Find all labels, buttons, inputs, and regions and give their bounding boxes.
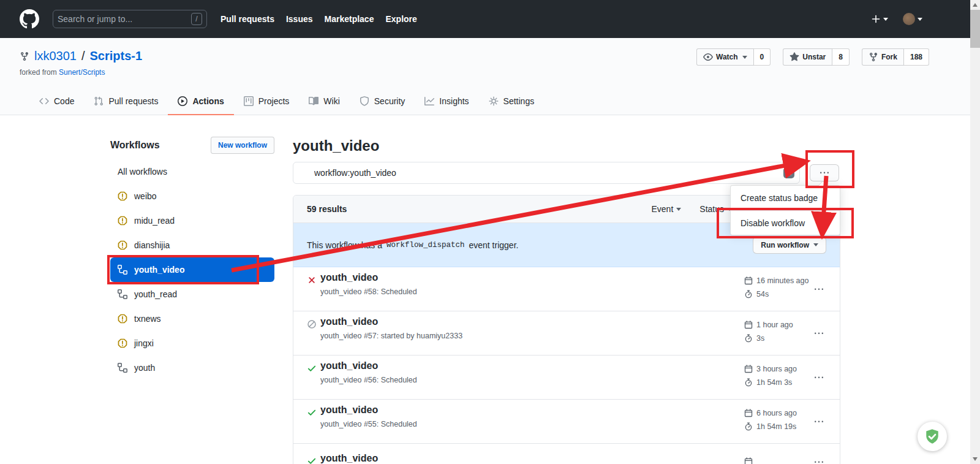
new-workflow-button[interactable]: New workflow <box>211 137 274 154</box>
run-meta: 1 hour ago 3s <box>744 318 793 345</box>
status-filter-dropdown[interactable]: Status <box>699 204 732 214</box>
eye-icon <box>703 52 713 62</box>
sidebar-item-jingxi[interactable]: jingxi <box>110 331 274 356</box>
repository-header: lxk0301 / Scripts-1 forked from Sunert/S… <box>0 38 970 115</box>
tab-security[interactable]: Security <box>350 88 415 115</box>
tab-insights[interactable]: Insights <box>415 88 478 115</box>
repo-tab-bar: Code Pull requests Actions Projects Wiki… <box>29 88 544 115</box>
browser-extension-badge[interactable] <box>918 422 947 451</box>
calendar-icon <box>744 321 753 329</box>
menu-item-create-status-badge[interactable]: Create status badge <box>731 186 840 210</box>
user-menu-button[interactable] <box>903 13 922 25</box>
workflow-icon <box>118 289 127 299</box>
page-scrollbar[interactable] <box>970 0 980 464</box>
avatar[interactable] <box>903 13 915 25</box>
run-title-link[interactable]: youth_video <box>320 272 378 283</box>
run-time: 1 hour ago <box>756 321 793 329</box>
sidebar-item-all-workflows[interactable]: All workflows <box>110 159 274 184</box>
run-options-button[interactable] <box>814 284 824 294</box>
run-options-button[interactable] <box>814 457 824 464</box>
tab-actions[interactable]: Actions <box>168 88 233 115</box>
alert-octagon-icon <box>118 338 127 348</box>
book-icon <box>309 96 318 106</box>
run-title-link[interactable]: youth_video <box>320 405 378 416</box>
watch-button[interactable]: Watch <box>696 48 754 66</box>
event-filter-dropdown[interactable]: Event <box>651 204 681 214</box>
banner-code: workflow_dispatch <box>386 241 465 249</box>
scrollbar-up-button[interactable] <box>970 0 980 10</box>
watch-count[interactable]: 0 <box>754 48 771 66</box>
repo-separator: / <box>81 49 85 63</box>
workflow-label: youth <box>134 363 155 373</box>
fork-button-group: Fork 188 <box>862 48 929 66</box>
alert-octagon-icon <box>118 191 127 201</box>
star-icon <box>790 52 799 62</box>
run-options-button[interactable] <box>814 417 824 427</box>
tab-projects[interactable]: Projects <box>234 88 300 115</box>
triangle-down-icon <box>973 457 978 461</box>
repo-owner-link[interactable]: lxk0301 <box>34 49 77 63</box>
stopwatch-icon <box>744 422 753 431</box>
sidebar-item-weibo[interactable]: weibo <box>110 184 274 208</box>
scrollbar-thumb[interactable] <box>970 10 980 48</box>
run-duration: 54s <box>756 290 769 299</box>
filter-label: Event <box>651 204 673 214</box>
run-options-button[interactable] <box>814 373 824 382</box>
run-workflow-label: Run workflow <box>761 241 809 249</box>
repo-name-link[interactable]: Scripts-1 <box>90 49 143 63</box>
sidebar-item-youth[interactable]: youth <box>110 356 274 380</box>
repository-title: lxk0301 / Scripts-1 <box>20 49 142 63</box>
run-meta <box>744 455 756 464</box>
sidebar-item-youth-video[interactable]: youth_video <box>110 257 274 282</box>
workflow-label: dianshijia <box>134 240 170 250</box>
fork-count[interactable]: 188 <box>904 48 929 66</box>
run-workflow-button[interactable]: Run workflow <box>753 237 826 254</box>
run-time: 6 hours ago <box>756 409 797 417</box>
tab-pull-requests[interactable]: Pull requests <box>84 88 168 115</box>
run-meta: 16 minutes ago 54s <box>744 274 809 301</box>
global-search-box[interactable]: / <box>53 10 207 28</box>
nav-explore[interactable]: Explore <box>385 14 417 24</box>
fork-button[interactable]: Fork <box>862 48 904 66</box>
success-check-icon <box>307 408 317 417</box>
calendar-icon <box>744 409 753 417</box>
stopwatch-icon <box>744 378 753 387</box>
tab-code[interactable]: Code <box>29 88 84 115</box>
sidebar-item-midu-read[interactable]: midu_read <box>110 208 274 233</box>
triangle-up-icon <box>973 3 978 7</box>
menu-item-disable-workflow[interactable]: Disable workflow <box>731 210 840 235</box>
chevron-down-icon <box>918 18 922 21</box>
tab-settings[interactable]: Settings <box>479 88 545 115</box>
global-search-input[interactable] <box>58 14 191 24</box>
sidebar-item-dianshijia[interactable]: dianshijia <box>110 233 274 257</box>
workflow-label: youth_read <box>134 289 177 299</box>
scrollbar-down-button[interactable] <box>970 454 980 464</box>
workflow-options-button[interactable] <box>810 164 839 181</box>
repo-action-buttons: Watch 0 Unstar 8 Fork 188 <box>696 48 929 66</box>
create-new-button[interactable] <box>871 14 888 24</box>
fork-source-link[interactable]: Sunert/Scripts <box>59 68 105 77</box>
star-count[interactable]: 8 <box>832 48 850 66</box>
tab-wiki[interactable]: Wiki <box>299 88 349 115</box>
github-logo-icon[interactable] <box>20 9 39 29</box>
run-title-link[interactable]: youth_video <box>320 316 378 327</box>
sidebar-item-youth-read[interactable]: youth_read <box>110 282 274 306</box>
sidebar-item-txnews[interactable]: txnews <box>110 306 274 331</box>
workflow-run-row: youth_video youth_video #57: started by … <box>293 311 840 356</box>
nav-issues[interactable]: Issues <box>286 14 313 24</box>
slash-shortcut-hint: / <box>191 13 202 25</box>
nav-pull-requests[interactable]: Pull requests <box>221 14 274 24</box>
alert-octagon-icon <box>118 314 127 324</box>
shield-check-icon <box>924 428 940 444</box>
run-title-link[interactable]: youth_video <box>320 453 378 464</box>
runs-filter-input[interactable] <box>293 162 800 184</box>
cancelled-icon <box>307 319 317 329</box>
nav-marketplace[interactable]: Marketplace <box>325 14 374 24</box>
shield-icon <box>360 96 369 106</box>
calendar-icon <box>744 365 753 373</box>
run-title-link[interactable]: youth_video <box>320 360 378 371</box>
run-duration: 3s <box>756 334 764 343</box>
unstar-button[interactable]: Unstar <box>783 48 832 66</box>
run-options-button[interactable] <box>814 329 824 338</box>
clear-filter-button[interactable] <box>783 167 794 178</box>
